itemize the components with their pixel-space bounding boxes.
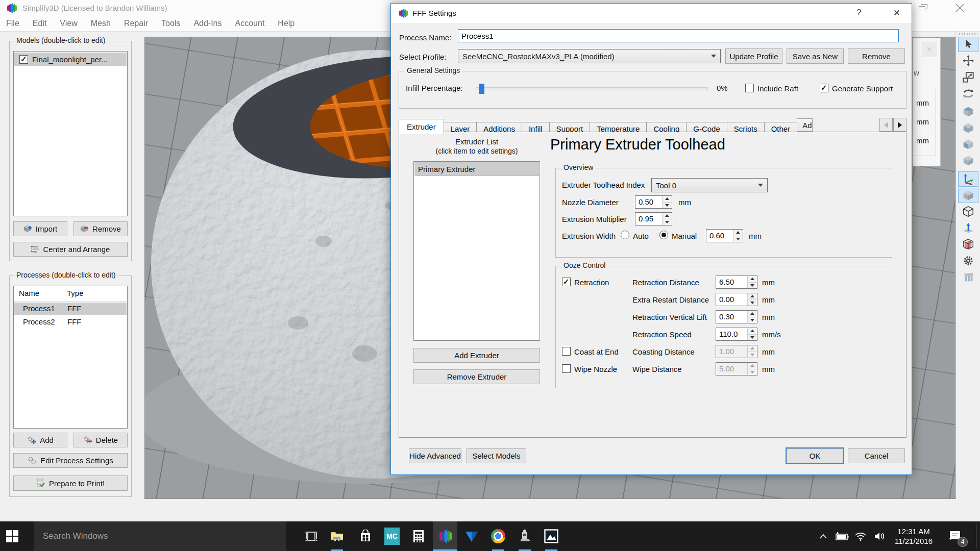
tab-extruder[interactable]: Extruder <box>399 119 444 134</box>
taskbar-search-input[interactable]: Search Windows <box>34 521 286 551</box>
add-process-button[interactable]: Add <box>13 433 67 447</box>
process-row-2[interactable]: Process2 FFF <box>14 316 127 329</box>
extra-restart-spinner[interactable]: 0.00 <box>716 293 757 306</box>
menu-repair[interactable]: Repair <box>124 19 148 28</box>
update-profile-button[interactable]: Update Profile <box>725 48 782 64</box>
model-visibility-checkbox[interactable] <box>19 55 28 64</box>
retraction-checkbox[interactable] <box>562 278 571 286</box>
spin-up[interactable] <box>748 293 757 299</box>
menu-view[interactable]: View <box>60 19 77 28</box>
tab-scroll-right-button[interactable] <box>893 118 906 132</box>
add-extruder-button[interactable]: Add Extruder <box>413 348 540 363</box>
battery-status[interactable] <box>832 521 851 551</box>
dialog-close-button[interactable]: ✕ <box>893 8 900 18</box>
generate-support-checkbox[interactable] <box>820 84 828 92</box>
menu-edit[interactable]: Edit <box>33 19 47 28</box>
spin-down[interactable] <box>663 202 672 209</box>
include-raft-checkbox[interactable] <box>745 84 754 92</box>
spin-down[interactable] <box>733 236 743 242</box>
notification-center-button[interactable]: 4 <box>942 521 969 551</box>
tab-scroll-left-button[interactable] <box>879 118 893 132</box>
printer-app-button[interactable] <box>512 521 537 551</box>
select-tool[interactable] <box>958 37 978 52</box>
tray-chevron-button[interactable] <box>815 521 832 551</box>
mattercontrol-button[interactable]: MC <box>380 521 404 551</box>
extruder-list-item[interactable]: Primary Extruder <box>414 162 539 176</box>
menu-addins[interactable]: Add-Ins <box>193 19 222 28</box>
show-desktop-divider[interactable] <box>976 524 976 548</box>
taskbar-clock[interactable]: 12:31 AM 11/21/2016 <box>889 521 938 551</box>
spin-up[interactable] <box>733 230 743 236</box>
hide-advanced-button[interactable]: Hide Advanced <box>409 448 461 463</box>
retraction-speed-spinner[interactable]: 110.0 <box>716 328 757 341</box>
extrusion-width-manual-radio[interactable] <box>659 231 668 239</box>
start-button[interactable] <box>0 521 24 551</box>
spin-up[interactable] <box>748 328 757 334</box>
spin-down[interactable] <box>748 317 757 323</box>
menu-account[interactable]: Account <box>235 19 265 28</box>
spin-up[interactable] <box>748 276 757 282</box>
coordinate-axes-tool[interactable] <box>958 171 978 187</box>
toolhead-index-dropdown[interactable]: Tool 0 <box>651 178 768 192</box>
retraction-distance-spinner[interactable]: 6.50 <box>716 276 757 289</box>
remove-profile-button[interactable]: Remove <box>848 48 905 64</box>
default-view-cube[interactable] <box>958 188 978 203</box>
infill-slider-handle[interactable] <box>479 84 484 94</box>
wireframe-view-tool[interactable] <box>958 204 978 219</box>
select-models-button[interactable]: Select Models <box>467 448 526 463</box>
close-window-icon[interactable] <box>955 4 964 12</box>
scale-tool[interactable] <box>958 69 978 85</box>
coast-at-end-checkbox[interactable] <box>562 347 571 356</box>
center-arrange-button[interactable]: Center and Arrange <box>13 242 128 257</box>
task-view-button[interactable] <box>299 521 324 551</box>
delete-process-button[interactable]: Delete <box>74 433 128 447</box>
menu-tools[interactable]: Tools <box>161 19 180 28</box>
tab-advanced[interactable]: Advanced <box>797 118 813 132</box>
menu-help[interactable]: Help <box>278 19 295 28</box>
spin-down[interactable] <box>748 334 757 341</box>
calculator-button[interactable] <box>406 521 431 551</box>
import-model-button[interactable]: Import <box>13 221 67 236</box>
extrusion-width-auto-radio[interactable] <box>621 231 629 239</box>
chrome-button[interactable] <box>486 521 510 551</box>
cross-section-tool[interactable] <box>958 237 978 252</box>
menu-file[interactable]: File <box>6 19 19 28</box>
cancel-button[interactable]: Cancel <box>848 448 905 463</box>
store-button[interactable] <box>353 521 378 551</box>
restore-window-icon[interactable] <box>919 4 928 12</box>
view-top-cube[interactable] <box>958 104 978 119</box>
process-row-1[interactable]: Process1 FFF <box>14 303 127 315</box>
nozzle-diameter-spinner[interactable]: 0.50 <box>635 195 672 209</box>
triangle-app-button[interactable] <box>459 521 484 551</box>
extrusion-multiplier-spinner[interactable]: 0.95 <box>635 212 672 226</box>
wifi-status[interactable] <box>851 521 870 551</box>
view-front-cube[interactable] <box>958 120 978 136</box>
toolbar-drag-handle[interactable] <box>959 33 977 35</box>
view-iso-cube[interactable] <box>958 153 978 168</box>
prepare-to-print-button[interactable]: Prepare to Print! <box>13 475 128 491</box>
spin-down[interactable] <box>748 282 757 289</box>
extrusion-width-spinner[interactable]: 0.60 <box>706 229 743 242</box>
remove-extruder-button[interactable]: Remove Extruder <box>413 369 540 384</box>
ok-button[interactable]: OK <box>787 448 843 463</box>
dialog-titlebar[interactable]: FFF Settings ? ✕ <box>391 4 912 23</box>
save-as-new-button[interactable]: Save as New <box>787 48 844 64</box>
support-structures-tool[interactable] <box>958 269 978 285</box>
spin-up[interactable] <box>748 311 757 317</box>
view-side-cube[interactable] <box>958 137 978 152</box>
surface-normal-tool[interactable] <box>958 220 978 236</box>
volume-status[interactable] <box>871 521 889 551</box>
profile-dropdown[interactable]: SeeMeCNC_RostockMAXv3_PLA (modified) <box>458 49 721 63</box>
spin-up[interactable] <box>663 213 672 219</box>
vertical-lift-spinner[interactable]: 0.30 <box>716 310 757 323</box>
photos-button[interactable] <box>539 521 564 551</box>
process-name-input[interactable] <box>458 29 899 42</box>
spin-up[interactable] <box>663 196 672 202</box>
model-list-item[interactable]: Final_moonlight_per... <box>14 53 127 66</box>
settings-gear-tool[interactable] <box>958 253 978 268</box>
spin-down[interactable] <box>663 219 672 226</box>
spin-down[interactable] <box>748 299 757 306</box>
move-tool[interactable] <box>958 53 978 68</box>
simplify3d-taskbar-button[interactable] <box>433 521 457 551</box>
wipe-nozzle-checkbox[interactable] <box>562 364 571 373</box>
